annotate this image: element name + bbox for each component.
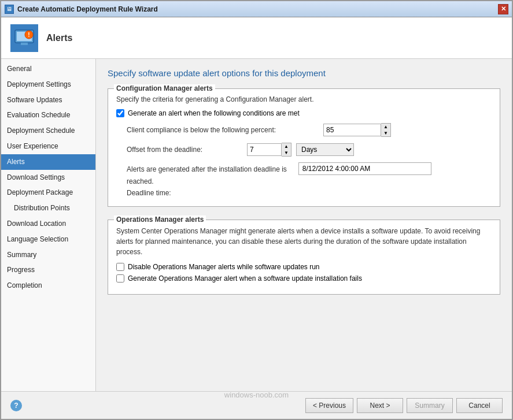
- sidebar-item-evaluation-schedule[interactable]: Evaluation Schedule: [1, 107, 95, 123]
- summary-button[interactable]: Summary: [407, 398, 453, 413]
- header-icon: !: [10, 24, 38, 52]
- offset-spinner: ▲ ▼: [247, 143, 291, 157]
- offset-row: Offset from the deadline: ▲ ▼ Days Hours: [127, 143, 492, 157]
- svg-text:!: !: [28, 32, 29, 38]
- ops-manager-group: Operations Manager alerts System Center …: [108, 220, 500, 295]
- title-bar: 🖥 Create Automatic Deployment Rule Wizar…: [1, 1, 512, 17]
- compliance-spin-down[interactable]: ▼: [381, 130, 390, 136]
- generate-alert-row: Generate an alert when the following con…: [116, 109, 492, 117]
- footer: ? < Previous Next > Summary Cancel: [1, 391, 512, 419]
- header-title: Alerts: [46, 33, 72, 43]
- sidebar-item-progress[interactable]: Progress: [1, 262, 95, 278]
- config-manager-legend: Configuration Manager alerts: [114, 84, 215, 92]
- compliance-row: Client compliance is below the following…: [127, 123, 492, 137]
- days-select[interactable]: Days Hours: [296, 143, 354, 156]
- offset-spin-down[interactable]: ▼: [282, 150, 291, 156]
- window-icon: 🖥: [5, 5, 14, 14]
- config-manager-group: Configuration Manager alerts Specify the…: [108, 88, 500, 207]
- generate-ops-label: Generate Operations Manager alert when a…: [128, 274, 362, 283]
- sidebar-item-download-location[interactable]: Download Location: [1, 216, 95, 232]
- deadline-row: Alerts are generated after the installat…: [127, 162, 492, 198]
- sidebar-item-distribution-points[interactable]: Distribution Points: [1, 200, 95, 216]
- sidebar: General Deployment Settings Software Upd…: [1, 59, 96, 391]
- sidebar-item-language-selection[interactable]: Language Selection: [1, 232, 95, 247]
- wizard-window: 🖥 Create Automatic Deployment Rule Wizar…: [0, 0, 513, 420]
- generate-alert-checkbox[interactable]: [116, 109, 124, 117]
- help-button[interactable]: ?: [10, 400, 22, 411]
- svg-rect-3: [19, 45, 30, 47]
- sidebar-item-alerts[interactable]: Alerts: [1, 154, 95, 170]
- compliance-spin-up[interactable]: ▲: [381, 124, 390, 130]
- generate-ops-row: Generate Operations Manager alert when a…: [116, 274, 492, 283]
- deadline-time-input[interactable]: [298, 162, 431, 175]
- sidebar-item-summary[interactable]: Summary: [1, 247, 95, 263]
- offset-label: Offset from the deadline:: [127, 146, 242, 154]
- title-bar-left: 🖥 Create Automatic Deployment Rule Wizar…: [5, 5, 158, 14]
- sidebar-item-general[interactable]: General: [1, 61, 95, 77]
- offset-spin-buttons: ▲ ▼: [282, 143, 291, 157]
- disable-ops-checkbox[interactable]: [116, 263, 124, 271]
- previous-button[interactable]: < Previous: [305, 398, 353, 413]
- window-title: Create Automatic Deployment Rule Wizard: [17, 5, 158, 13]
- generate-alert-label: Generate an alert when the following con…: [128, 109, 300, 117]
- sidebar-item-download-settings[interactable]: Download Settings: [1, 170, 95, 185]
- deadline-info-line2: reached.: [127, 177, 287, 187]
- main-panel: Specify software update alert options fo…: [96, 59, 512, 391]
- ops-description: System Center Operations Manager might g…: [116, 226, 492, 257]
- offset-input[interactable]: [247, 143, 282, 156]
- compliance-label: Client compliance is below the following…: [127, 126, 323, 134]
- sidebar-item-deployment-schedule[interactable]: Deployment Schedule: [1, 123, 95, 139]
- deadline-time-label: Deadline time:: [127, 188, 287, 198]
- config-description: Specify the criteria for generating a Co…: [116, 95, 492, 105]
- disable-ops-row: Disable Operations Manager alerts while …: [116, 263, 492, 271]
- svg-rect-2: [21, 43, 28, 45]
- cancel-button[interactable]: Cancel: [456, 398, 503, 413]
- header-section: ! Alerts: [1, 17, 512, 59]
- next-button[interactable]: Next >: [357, 398, 403, 413]
- ops-manager-legend: Operations Manager alerts: [114, 215, 206, 224]
- sidebar-item-user-experience[interactable]: User Experience: [1, 139, 95, 154]
- generate-ops-checkbox[interactable]: [116, 274, 124, 283]
- disable-ops-label: Disable Operations Manager alerts while …: [128, 263, 320, 271]
- offset-spin-up[interactable]: ▲: [282, 143, 291, 150]
- page-title: Specify software update alert options fo…: [108, 68, 500, 78]
- deadline-info-text: Alerts are generated after the installat…: [127, 162, 287, 198]
- sidebar-item-completion[interactable]: Completion: [1, 278, 95, 293]
- compliance-spin-buttons: ▲ ▼: [381, 123, 391, 137]
- footer-buttons: < Previous Next > Summary Cancel: [305, 398, 503, 413]
- sidebar-item-deployment-package[interactable]: Deployment Package: [1, 185, 95, 200]
- content-area: General Deployment Settings Software Upd…: [1, 59, 512, 391]
- deadline-section: Alerts are generated after the installat…: [127, 162, 492, 198]
- compliance-input[interactable]: [323, 124, 381, 136]
- compliance-spinner: ▲ ▼: [323, 123, 391, 137]
- footer-left: ?: [10, 400, 22, 411]
- close-button[interactable]: ✕: [498, 4, 508, 14]
- sidebar-item-software-updates[interactable]: Software Updates: [1, 92, 95, 108]
- deadline-info-line1: Alerts are generated after the installat…: [127, 165, 287, 174]
- footer-wrapper: windows-noob.com ? < Previous Next > Sum…: [1, 391, 512, 419]
- sidebar-item-deployment-settings[interactable]: Deployment Settings: [1, 77, 95, 92]
